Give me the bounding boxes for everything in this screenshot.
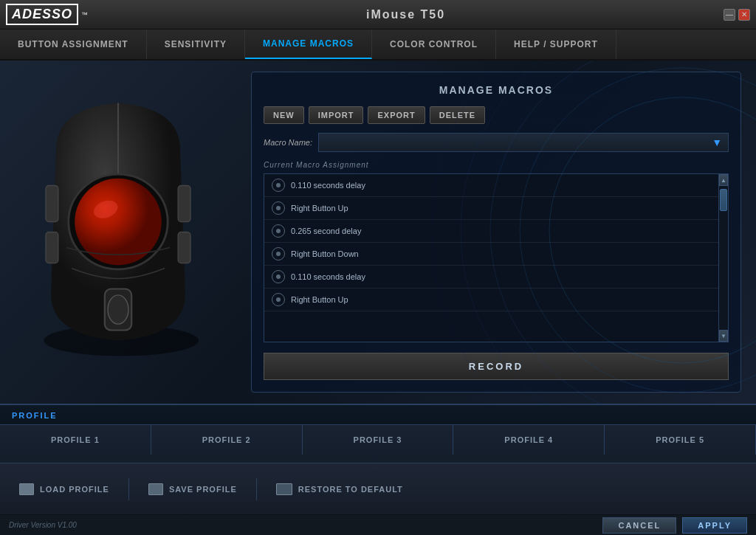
svg-rect-14: [178, 186, 190, 222]
panel-box: MANAGE MACROS New Import Export Delete M…: [251, 72, 741, 393]
scroll-up-button[interactable]: ▲: [719, 174, 728, 186]
svg-rect-15: [178, 232, 190, 263]
scrollbar-thumb[interactable]: [720, 189, 727, 211]
apply-button[interactable]: APPLY: [682, 517, 747, 534]
list-item[interactable]: 0.110 seconds delay: [264, 266, 718, 289]
nav-color-control[interactable]: COLOR CONTROL: [372, 30, 496, 59]
delete-button[interactable]: Delete: [430, 106, 485, 124]
macro-name-label: Macro Name:: [264, 138, 312, 147]
restore-default-button[interactable]: RESTORE TO DEFAULT: [269, 479, 410, 500]
restore-default-label: RESTORE TO DEFAULT: [298, 485, 403, 494]
panel-title: MANAGE MACROS: [264, 84, 729, 96]
folder-icon: [19, 483, 34, 495]
delay-icon: [272, 179, 285, 192]
macro-list-container: 0.110 seconds delay Right Button Up 0.26…: [264, 173, 729, 342]
close-button[interactable]: ✕: [738, 9, 750, 21]
delay-icon: [272, 224, 285, 238]
load-profile-button[interactable]: LOAD PROFILE: [12, 479, 117, 500]
divider: [256, 478, 257, 500]
tab-profile-2[interactable]: PROFILE 2: [151, 425, 303, 455]
bottom-actions: LOAD PROFILE SAVE PROFILE RESTORE TO DEF…: [0, 463, 756, 514]
svg-point-17: [108, 295, 128, 324]
status-buttons: CANCEL APPLY: [602, 517, 747, 534]
record-button[interactable]: RECORD: [264, 353, 729, 380]
button-icon: [272, 293, 285, 306]
macro-item-text: Right Button Down: [291, 249, 359, 258]
version-text: Driver Version V1.00: [9, 521, 77, 529]
scroll-down-button[interactable]: ▼: [719, 330, 728, 342]
macro-item-text: 0.265 second delay: [291, 227, 361, 235]
status-bar: Driver Version V1.00 CANCEL APPLY: [0, 514, 756, 535]
logo-text: ADESSO: [6, 4, 78, 25]
logo-area: ADESSO™: [6, 4, 88, 25]
current-macro-section: Current Macro Assignment 0.110 seconds d…: [264, 161, 729, 342]
chevron-down-icon: ▼: [712, 137, 722, 148]
nav-manage-macros[interactable]: MANAGE MACROS: [245, 30, 372, 59]
macro-list: 0.110 seconds delay Right Button Up 0.26…: [264, 173, 718, 342]
new-button[interactable]: New: [264, 106, 304, 124]
button-icon: [272, 247, 285, 260]
nav-sensitivity[interactable]: SENSITIVITY: [147, 30, 245, 59]
trademark: ™: [81, 11, 88, 18]
scrollbar[interactable]: ▲ ▼: [718, 173, 729, 342]
current-macro-label: Current Macro Assignment: [264, 161, 729, 169]
tab-profile-4[interactable]: PROFILE 4: [453, 425, 605, 455]
tab-profile-5[interactable]: PROFILE 5: [605, 425, 756, 455]
profile-header: PROFILE: [0, 405, 756, 425]
list-item[interactable]: Right Button Up: [264, 289, 718, 311]
tab-profile-1[interactable]: PROFILE 1: [0, 425, 151, 455]
save-profile-button[interactable]: SAVE PROFILE: [141, 479, 244, 500]
divider: [128, 478, 129, 500]
save-profile-label: SAVE PROFILE: [169, 485, 237, 494]
list-item[interactable]: Right Button Down: [264, 243, 718, 266]
nav-help-support[interactable]: HELP / SUPPORT: [496, 30, 616, 59]
mouse-image-area: [0, 61, 236, 404]
product-name: iMouse T50: [366, 8, 445, 21]
svg-rect-13: [46, 232, 58, 263]
macro-item-text: Right Button Up: [291, 295, 348, 304]
profile-section: PROFILE PROFILE 1 PROFILE 2 PROFILE 3 PR…: [0, 404, 756, 463]
minimize-button[interactable]: —: [724, 9, 735, 21]
title-bar: ADESSO™ iMouse T50 — ✕: [0, 0, 756, 30]
svg-rect-12: [46, 186, 58, 222]
nav-bar: BUTTON ASSIGNMENT SENSITIVITY MANAGE MAC…: [0, 30, 756, 61]
export-button[interactable]: Export: [368, 106, 425, 124]
macro-panel: MANAGE MACROS New Import Export Delete M…: [236, 61, 756, 404]
main-content: MANAGE MACROS New Import Export Delete M…: [0, 61, 756, 404]
delay-icon: [272, 270, 285, 283]
disk-icon: [148, 483, 163, 495]
profile-header-text: PROFILE: [12, 411, 58, 420]
macro-item-text: 0.110 seconds delay: [291, 181, 365, 190]
restore-icon: [276, 483, 292, 495]
list-item[interactable]: 0.265 second delay: [264, 220, 718, 243]
tab-profile-3[interactable]: PROFILE 3: [303, 425, 454, 455]
button-icon: [272, 201, 285, 215]
window-controls: — ✕: [724, 9, 750, 21]
list-item[interactable]: Right Button Up: [264, 197, 718, 220]
toolbar: New Import Export Delete: [264, 106, 729, 124]
load-profile-label: LOAD PROFILE: [40, 485, 109, 494]
profile-tabs: PROFILE 1 PROFILE 2 PROFILE 3 PROFILE 4 …: [0, 425, 756, 455]
list-item[interactable]: 0.110 seconds delay: [264, 174, 718, 197]
macro-item-text: 0.110 seconds delay: [291, 272, 365, 281]
macro-name-dropdown[interactable]: ▼: [318, 133, 729, 152]
macro-item-text: Right Button Up: [291, 204, 348, 213]
nav-button-assignment[interactable]: BUTTON ASSIGNMENT: [0, 30, 147, 59]
cancel-button[interactable]: CANCEL: [602, 517, 676, 534]
macro-name-row: Macro Name: ▼: [264, 133, 729, 152]
mouse-illustration: [15, 75, 221, 389]
import-button[interactable]: Import: [309, 106, 364, 124]
